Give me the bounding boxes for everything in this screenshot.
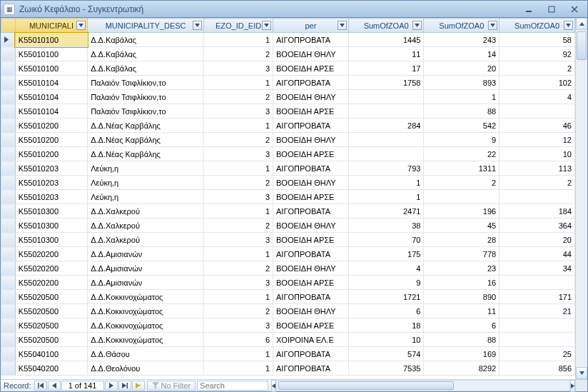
cell[interactable]: Λεύκη,η: [88, 161, 204, 176]
nav-new-button[interactable]: *: [132, 381, 145, 391]
cell[interactable]: 1: [348, 190, 424, 204]
cell[interactable]: 20: [500, 233, 575, 247]
cell[interactable]: Δ.Δ.Θεολόνου: [88, 361, 204, 376]
cell[interactable]: 2: [204, 261, 273, 276]
cell[interactable]: 893: [424, 76, 500, 90]
column-header[interactable]: EZO_ID_EID: [204, 19, 273, 33]
cell[interactable]: 28: [424, 233, 500, 247]
column-filter-dropdown[interactable]: [262, 21, 271, 30]
close-button[interactable]: [564, 4, 584, 15]
cell[interactable]: 92: [500, 47, 575, 61]
row-selector[interactable]: [1, 247, 16, 261]
table-row[interactable]: K55020500Δ.Δ.Κοκκινοχώματος3ΒΟΟΕΙΔΗ ΑΡΣΕ…: [1, 318, 575, 333]
cell[interactable]: K55010203: [15, 190, 87, 204]
cell[interactable]: 3: [204, 190, 273, 204]
cell[interactable]: ΑΙΓΟΠΡΟΒΑΤΑ: [273, 161, 349, 176]
table-row[interactable]: K55020500Δ.Δ.Κοκκινοχώματος1ΑΙΓΟΠΡΟΒΑΤΑ1…: [1, 290, 575, 304]
cell[interactable]: ΒΟΟΕΙΔΗ ΘΗΛΥ: [273, 218, 349, 233]
cell[interactable]: 3: [204, 147, 273, 161]
cell[interactable]: 17: [348, 61, 424, 76]
select-all-header[interactable]: [1, 19, 16, 33]
datasheet-grid[interactable]: MUNICIPALIMUNICIPALITY_DESCEZO_ID_EIDper…: [1, 18, 575, 379]
table-row[interactable]: K55010100Δ.Δ.Καβάλας2ΒΟΟΕΙΔΗ ΘΗΛΥ111492: [1, 47, 575, 61]
cell[interactable]: ΒΟΟΕΙΔΗ ΘΗΛΥ: [273, 304, 349, 318]
row-selector[interactable]: [1, 218, 16, 233]
cell[interactable]: ΒΟΟΕΙΔΗ ΑΡΣΕ: [273, 147, 349, 161]
cell[interactable]: ΑΙΓΟΠΡΟΒΑΤΑ: [273, 33, 349, 47]
cell[interactable]: 574: [348, 347, 424, 361]
cell[interactable]: ΒΟΟΕΙΔΗ ΘΗΛΥ: [273, 47, 349, 61]
cell[interactable]: Δ.Δ.Χαλκερού: [88, 233, 204, 247]
cell[interactable]: K55020200: [15, 247, 87, 261]
cell[interactable]: 16: [424, 276, 500, 290]
cell[interactable]: 70: [348, 233, 424, 247]
cell[interactable]: 1: [204, 161, 273, 176]
search-input[interactable]: [197, 381, 268, 391]
cell[interactable]: K55010300: [15, 218, 87, 233]
scroll-right-button[interactable]: [570, 380, 575, 392]
cell[interactable]: K55020500: [15, 304, 87, 318]
cell[interactable]: ΑΙΓΟΠΡΟΒΑΤΑ: [273, 247, 349, 261]
cell[interactable]: 1: [204, 347, 273, 361]
cell[interactable]: 4: [348, 261, 424, 276]
nav-first-button[interactable]: [34, 381, 47, 391]
cell[interactable]: ΑΙΓΟΠΡΟΒΑΤΑ: [273, 119, 349, 133]
cell[interactable]: K55010200: [15, 147, 87, 161]
table-row[interactable]: K55020500Δ.Δ.Κοκκινοχώματος6ΧΟΙΡΟΙΝΑ ΕΛ.…: [1, 333, 575, 347]
cell[interactable]: ΑΙΓΟΠΡΟΒΑΤΑ: [273, 347, 349, 361]
row-selector[interactable]: [1, 161, 16, 176]
cell[interactable]: ΒΟΟΕΙΔΗ ΑΡΣΕ: [273, 276, 349, 290]
cell[interactable]: K55010203: [15, 176, 87, 190]
cell[interactable]: 46: [500, 119, 575, 133]
cell[interactable]: 243: [424, 33, 500, 47]
cell[interactable]: 11: [348, 47, 424, 61]
column-filter-dropdown[interactable]: [76, 21, 86, 30]
cell[interactable]: Δ.Δ.Καβάλας: [88, 33, 204, 47]
cell[interactable]: Δ.Δ.Νέας Καρβάλης: [88, 147, 204, 161]
row-selector[interactable]: [1, 133, 16, 147]
cell[interactable]: 1721: [348, 290, 424, 304]
cell[interactable]: 6: [204, 333, 273, 347]
cell[interactable]: 18: [348, 318, 424, 333]
cell[interactable]: K55020200: [15, 276, 87, 290]
scroll-thumb[interactable]: [577, 31, 587, 60]
table-row[interactable]: K55010203Λεύκη,η3ΒΟΟΕΙΔΗ ΑΡΣΕ1: [1, 190, 575, 204]
cell[interactable]: 169: [424, 347, 500, 361]
cell[interactable]: 890: [424, 290, 500, 304]
cell[interactable]: Δ.Δ.Κοκκινοχώματος: [88, 304, 204, 318]
cell[interactable]: 2: [204, 90, 273, 104]
cell[interactable]: Δ.Δ.Αμισιανών: [88, 247, 204, 261]
cell[interactable]: 1758: [348, 76, 424, 90]
cell[interactable]: 10: [348, 333, 424, 347]
cell[interactable]: Δ.Δ.Κοκκινοχώματος: [88, 318, 204, 333]
nav-prev-button[interactable]: [48, 381, 61, 391]
cell[interactable]: K55020500: [15, 333, 87, 347]
cell[interactable]: 25: [500, 347, 575, 361]
cell[interactable]: 1: [204, 204, 273, 218]
record-position-input[interactable]: [61, 381, 104, 391]
row-selector[interactable]: [1, 204, 16, 218]
cell[interactable]: K55040200: [15, 361, 87, 376]
cell[interactable]: ΒΟΟΕΙΔΗ ΑΡΣΕ: [273, 61, 349, 76]
cell[interactable]: 2: [424, 176, 500, 190]
cell[interactable]: 38: [348, 218, 424, 233]
table-row[interactable]: K55020200Δ.Δ.Αμισιανών2ΒΟΟΕΙΔΗ ΘΗΛΥ42334: [1, 261, 575, 276]
restore-button[interactable]: [542, 4, 562, 15]
cell[interactable]: 1: [204, 119, 273, 133]
table-row[interactable]: K55010203Λεύκη,η1ΑΙΓΟΠΡΟΒΑΤΑ7931311113: [1, 161, 575, 176]
cell[interactable]: 6: [348, 304, 424, 318]
cell[interactable]: 3: [204, 318, 273, 333]
horizontal-scrollbar[interactable]: [271, 380, 575, 391]
cell[interactable]: 196: [424, 204, 500, 218]
cell[interactable]: ΑΙΓΟΠΡΟΒΑΤΑ: [273, 204, 349, 218]
scroll-down-button[interactable]: [576, 367, 587, 379]
cell[interactable]: 22: [424, 147, 500, 161]
cell[interactable]: ΒΟΟΕΙΔΗ ΘΗΛΥ: [273, 176, 349, 190]
cell[interactable]: ΒΟΟΕΙΔΗ ΑΡΣΕ: [273, 190, 349, 204]
cell[interactable]: ΒΟΟΕΙΔΗ ΑΡΣΕ: [273, 318, 349, 333]
cell[interactable]: K55010104: [15, 104, 87, 119]
cell[interactable]: 2: [204, 304, 273, 318]
table-row[interactable]: K55040100Δ.Δ.Θάσου1ΑΙΓΟΠΡΟΒΑΤΑ57416925: [1, 347, 575, 361]
table-row[interactable]: K55010200Δ.Δ.Νέας Καρβάλης3ΒΟΟΕΙΔΗ ΑΡΣΕ2…: [1, 147, 575, 161]
nav-last-button[interactable]: [118, 381, 131, 391]
